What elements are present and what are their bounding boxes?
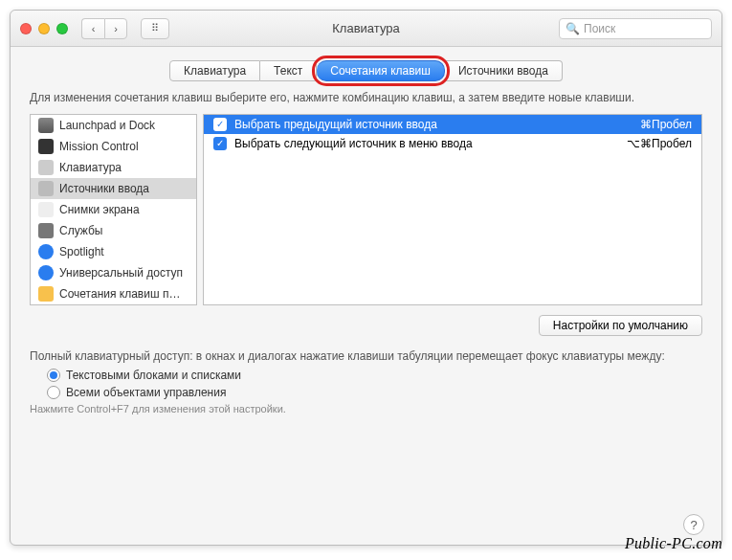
tab-bar: КлавиатураТекстСочетания клавишИсточники… xyxy=(30,60,702,81)
shortcut-row-0[interactable]: ✓Выбрать предыдущий источник ввода⌘Пробе… xyxy=(204,115,701,134)
shortcuts-list[interactable]: ✓Выбрать предыдущий источник ввода⌘Пробе… xyxy=(203,114,702,305)
sidebar-item-label: Универсальный доступ xyxy=(59,266,183,280)
full-access-hint: Нажмите Control+F7 для изменения этой на… xyxy=(30,403,702,414)
radio-button-icon xyxy=(47,369,60,382)
tab-2[interactable]: Сочетания клавиш xyxy=(317,60,445,81)
sidebar-item-label: Launchpad и Dock xyxy=(59,119,155,132)
sidebar-item-1[interactable]: Mission Control xyxy=(31,136,196,157)
shortcut-key: ⌘Пробел xyxy=(640,118,692,131)
sidebar-item-7[interactable]: Универсальный доступ xyxy=(31,262,196,283)
restore-defaults-button[interactable]: Настройки по умолчанию xyxy=(539,315,702,336)
shortcut-row-1[interactable]: ✓Выбрать следующий источник в меню ввода… xyxy=(204,134,701,153)
sidebar-item-2[interactable]: Клавиатура xyxy=(31,157,196,178)
sidebar-item-label: Клавиатура xyxy=(59,161,122,174)
radio-text-boxes[interactable]: Текстовыми блоками и списками xyxy=(47,369,702,382)
show-all-button[interactable]: ⠿ xyxy=(141,18,169,39)
sidebar-item-label: Сочетания клавиш п… xyxy=(59,287,180,301)
full-keyboard-access-section: Полный клавиатурный доступ: в окнах и ди… xyxy=(30,349,702,414)
sidebar-item-6[interactable]: Spotlight xyxy=(31,241,196,262)
full-access-description: Полный клавиатурный доступ: в окнах и ди… xyxy=(30,349,702,363)
checkbox-icon[interactable]: ✓ xyxy=(213,137,227,150)
tab-1[interactable]: Текст xyxy=(260,60,317,81)
sidebar-item-label: Снимки экрана xyxy=(59,203,140,216)
shortcut-label: Выбрать предыдущий источник ввода xyxy=(234,118,632,131)
window-controls xyxy=(20,23,68,34)
radio-label: Всеми объектами управления xyxy=(66,386,226,399)
search-icon: 🔍 xyxy=(566,22,580,35)
sidebar-item-3[interactable]: Источники ввода xyxy=(31,178,196,199)
radio-button-icon xyxy=(47,386,60,399)
watermark: Public-PC.com xyxy=(625,535,722,552)
screenshots-icon xyxy=(38,202,54,217)
keyboard-icon xyxy=(38,160,54,175)
toolbar-nav: ‹ › ⠿ xyxy=(81,18,169,39)
tab-0[interactable]: Клавиатура xyxy=(169,60,260,81)
tab-3[interactable]: Источники ввода xyxy=(445,60,563,81)
minimize-button[interactable] xyxy=(38,23,50,34)
spotlight-icon xyxy=(38,244,54,259)
launchpad-icon xyxy=(38,118,54,133)
sidebar-item-4[interactable]: Снимки экрана xyxy=(31,199,196,220)
shortcut-label: Выбрать следующий источник в меню ввода xyxy=(234,137,619,150)
app-shortcuts-icon xyxy=(38,286,54,302)
zoom-button[interactable] xyxy=(56,23,68,34)
help-button[interactable]: ? xyxy=(683,514,704,535)
close-button[interactable] xyxy=(20,23,32,34)
titlebar: ‹ › ⠿ Клавиатура 🔍 Поиск xyxy=(11,11,721,47)
split-view: Launchpad и DockMission ControlКлавиатур… xyxy=(30,114,702,305)
input-sources-icon xyxy=(38,181,54,196)
mission-icon xyxy=(38,139,54,154)
services-icon xyxy=(38,223,54,238)
forward-button[interactable]: › xyxy=(104,18,127,39)
radio-all-controls[interactable]: Всеми объектами управления xyxy=(47,386,702,399)
accessibility-icon xyxy=(38,265,54,280)
sidebar-item-0[interactable]: Launchpad и Dock xyxy=(31,115,196,136)
category-sidebar[interactable]: Launchpad и DockMission ControlКлавиатур… xyxy=(30,114,197,305)
sidebar-item-label: Службы xyxy=(59,224,102,237)
sidebar-item-label: Mission Control xyxy=(59,140,139,153)
content-area: КлавиатураТекстСочетания клавишИсточники… xyxy=(11,47,721,545)
radio-label: Текстовыми блоками и списками xyxy=(66,369,241,382)
search-placeholder: Поиск xyxy=(584,22,615,35)
instruction-text: Для изменения сочетания клавиш выберите … xyxy=(30,91,702,106)
grid-icon: ⠿ xyxy=(151,22,159,34)
sidebar-item-label: Spotlight xyxy=(59,245,104,258)
checkbox-icon[interactable]: ✓ xyxy=(213,118,227,131)
preferences-window: ‹ › ⠿ Клавиатура 🔍 Поиск КлавиатураТекст… xyxy=(10,10,722,546)
sidebar-item-5[interactable]: Службы xyxy=(31,220,196,241)
shortcut-key: ⌥⌘Пробел xyxy=(627,137,692,150)
sidebar-item-label: Источники ввода xyxy=(59,182,149,195)
sidebar-item-8[interactable]: Сочетания клавиш п… xyxy=(31,283,196,304)
search-input[interactable]: 🔍 Поиск xyxy=(559,18,712,39)
back-button[interactable]: ‹ xyxy=(81,18,104,39)
